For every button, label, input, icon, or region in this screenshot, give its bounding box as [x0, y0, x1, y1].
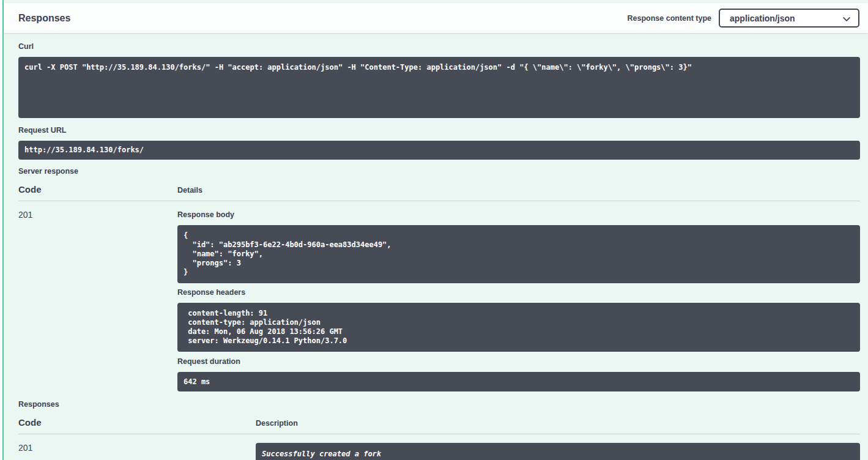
details-column-header: Details [177, 186, 860, 195]
request-duration-label: Request duration [177, 357, 860, 366]
response-body-label: Response body [177, 210, 860, 219]
request-duration-block: 642 ms [177, 372, 860, 391]
response-description-block: Successfully created a fork [256, 443, 860, 460]
request-url-label: Request URL [18, 126, 860, 135]
documented-responses-table-head: Code Description [18, 417, 860, 434]
curl-command-block: curl -X POST "http://35.189.84.130/forks… [18, 57, 860, 118]
response-content-type-select[interactable]: application/json [719, 9, 859, 28]
server-response-row: 201 Response body { "id": "ab295bf3-6e22… [18, 201, 860, 399]
code-column-header: Code [18, 184, 177, 195]
responses-section-header: Responses Response content type applicat… [4, 3, 868, 33]
documented-response-description-cell: Successfully created a fork [256, 442, 860, 460]
response-content-type-wrap: Response content type application/json [627, 9, 859, 28]
server-response-table: Code Details 201 Response body { "id": "… [18, 184, 860, 399]
server-response-table-head: Code Details [18, 184, 860, 201]
responses-section-title: Responses [18, 13, 70, 24]
response-content-type-value: application/json [730, 13, 795, 23]
response-content-type-label: Response content type [627, 14, 711, 23]
post-operation-panel: Responses Response content type applicat… [2, 0, 868, 460]
documented-responses-title: Responses [18, 400, 860, 409]
server-response-details: Response body { "id": "ab295bf3-6e22-4b0… [177, 209, 860, 399]
server-response-status-code: 201 [18, 209, 177, 220]
curl-label: Curl [18, 42, 860, 51]
response-body-block: { "id": "ab295bf3-6e22-4b0d-960a-eea83d3… [177, 225, 860, 283]
description-column-header: Description [256, 419, 860, 428]
responses-body: Curl curl -X POST "http://35.189.84.130/… [4, 33, 868, 460]
response-headers-block: content-length: 91 content-type: applica… [177, 303, 860, 352]
code-column-header: Code [18, 417, 256, 428]
server-response-title: Server response [18, 167, 860, 176]
documented-response-row: 201 Successfully created a fork [18, 434, 860, 460]
documented-response-code: 201 [18, 442, 256, 453]
response-headers-label: Response headers [177, 288, 860, 297]
request-url-block: http://35.189.84.130/forks/ [18, 141, 860, 160]
chevron-down-icon [842, 15, 851, 26]
documented-responses-table: Code Description 201 Successfully create… [18, 417, 860, 460]
